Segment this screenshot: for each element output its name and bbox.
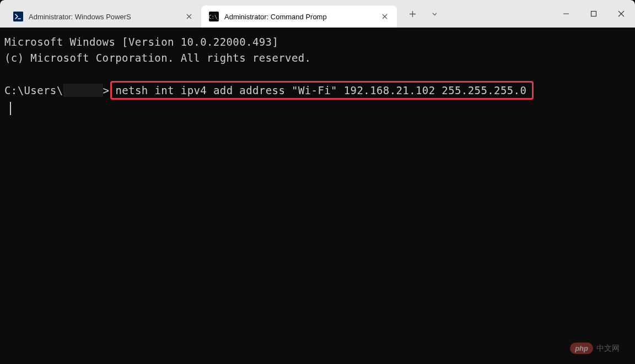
- watermark-badge: php: [570, 343, 593, 354]
- tab-title: Administrator: Command Promp: [224, 13, 374, 21]
- powershell-icon: [13, 12, 23, 21]
- tab-powershell[interactable]: Administrator: Windows PowerS: [6, 6, 201, 28]
- watermark: php 中文网: [570, 343, 620, 354]
- prompt-path-prefix: C:\Users\: [4, 84, 63, 96]
- minimize-button[interactable]: [552, 0, 580, 28]
- terminal-output-line: (c) Microsoft Corporation. All rights re…: [4, 50, 631, 66]
- tab-title: Administrator: Windows PowerS: [29, 13, 178, 21]
- tab-close-button[interactable]: [379, 11, 390, 22]
- tab-strip: Administrator: Windows PowerS C:\_ Admin…: [0, 0, 397, 28]
- tab-close-button[interactable]: [184, 11, 195, 22]
- titlebar: Administrator: Windows PowerS C:\_ Admin…: [0, 0, 635, 28]
- new-tab-button[interactable]: [401, 3, 423, 25]
- maximize-button[interactable]: [580, 0, 607, 28]
- titlebar-drag-area[interactable]: [445, 0, 552, 28]
- redacted-username: [63, 84, 103, 97]
- svg-rect-0: [13, 12, 23, 21]
- cmd-icon: C:\_: [209, 12, 219, 21]
- highlighted-command: netsh int ipv4 add address "Wi-Fi" 192.1…: [110, 81, 534, 100]
- window-close-button[interactable]: [607, 0, 635, 28]
- svg-rect-3: [591, 12, 596, 17]
- terminal-cursor: [10, 102, 11, 115]
- watermark-text: 中文网: [596, 344, 620, 354]
- terminal-prompt-line: C:\Users\ > netsh int ipv4 add address "…: [4, 81, 631, 100]
- tab-cmd[interactable]: C:\_ Administrator: Command Promp: [201, 6, 397, 28]
- terminal-output-line: Microsoft Windows [Version 10.0.22000.49…: [4, 34, 631, 50]
- terminal-content[interactable]: Microsoft Windows [Version 10.0.22000.49…: [0, 28, 635, 124]
- prompt-suffix: >: [103, 84, 110, 96]
- titlebar-actions: [397, 0, 445, 28]
- window-controls: [552, 0, 635, 28]
- tab-dropdown-button[interactable]: [423, 3, 445, 25]
